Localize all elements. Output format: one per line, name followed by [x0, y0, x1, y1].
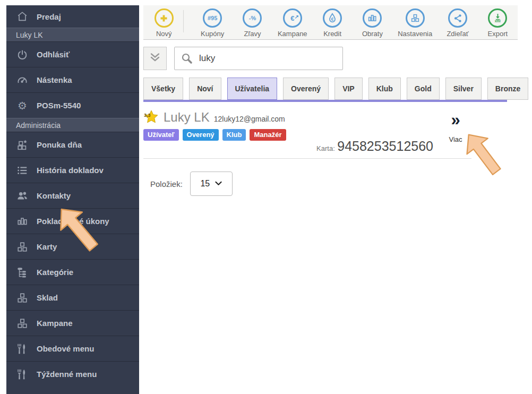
items-per-page-value: 15	[200, 179, 210, 189]
blocks-icon	[16, 317, 29, 330]
contact-header: 3,3 Luky LK 12luky12@gmail.com	[143, 109, 471, 125]
tab-overeny[interactable]: Overený	[283, 78, 329, 100]
euro-trend-icon: € ↗	[283, 8, 302, 28]
sidebar-item-historia-dokladov[interactable]: História dokladov	[6, 157, 139, 183]
sidebar-item-label: Pokladničné úkony	[37, 217, 109, 226]
gear-icon: ⚙	[16, 99, 29, 112]
rating-value: 3,3	[144, 113, 151, 118]
category-tree-icon	[16, 266, 29, 279]
sidebar-item-label: Karty	[37, 242, 57, 251]
sidebar-item-label: Sklad	[37, 293, 58, 302]
sidebar-item-odhlasit[interactable]: Odhlásiť	[6, 41, 139, 67]
share-button[interactable]: Zdieľať	[437, 8, 477, 38]
tab-silver[interactable]: Silver	[445, 78, 482, 100]
people-icon	[16, 190, 29, 202]
tab-vip[interactable]: VIP	[334, 78, 363, 100]
cutlery-icon	[16, 342, 29, 355]
badge-uzivatel: Užívateľ	[143, 129, 179, 141]
coupons-button[interactable]: #95 Kupóny	[192, 8, 232, 38]
filter-tabs: Všetky Noví Užívatelia Overený VIP Klub …	[143, 78, 518, 100]
list-icon	[16, 164, 29, 177]
offer-blocks-star-icon	[16, 139, 29, 151]
home-icon	[16, 10, 29, 23]
card-number-line: Karta: 9458253512560	[316, 139, 433, 154]
tab-gold[interactable]: Gold	[407, 78, 440, 100]
bar-chart-icon	[16, 215, 29, 228]
sidebar-item-nastenka[interactable]: Nástenka	[6, 67, 139, 92]
sidebar-item-kampane[interactable]: Kampane	[6, 310, 139, 336]
campaigns-button[interactable]: € ↗ Kampane	[272, 8, 312, 38]
euro-drop-icon: €	[323, 8, 342, 28]
power-icon	[16, 48, 29, 61]
sidebar: Predaj Luky LK Odhlásiť Nástenka ⚙ POSm-…	[6, 5, 139, 394]
sidebar-item-kategorie[interactable]: Kategórie	[6, 259, 139, 285]
settings-blocks-icon	[406, 8, 425, 28]
search-input[interactable]	[174, 47, 343, 70]
search-box	[174, 47, 343, 70]
sidebar-item-karty[interactable]: Karty	[6, 234, 139, 259]
items-per-page-label: Položiek:	[150, 179, 183, 189]
discounts-button[interactable]: -% Zľavy	[233, 8, 272, 38]
sidebar-user-name[interactable]: Luky LK	[6, 28, 139, 41]
turnover-button[interactable]: Obraty	[353, 8, 392, 38]
tab-novi[interactable]: Noví	[189, 78, 221, 100]
export-button[interactable]: xml Export	[478, 8, 518, 38]
sidebar-item-label: Kategórie	[37, 268, 73, 277]
toolbar-divider	[183, 10, 184, 32]
cutlery-icon	[16, 368, 29, 381]
new-button[interactable]: Nový	[149, 8, 179, 38]
more-button[interactable]: » Viac	[441, 112, 470, 143]
discount-icon: -%	[243, 8, 262, 28]
chevron-double-down-icon	[149, 51, 161, 66]
sidebar-item-pokladnicne-ukony[interactable]: Pokladničné úkony	[6, 208, 139, 234]
sidebar-item-label: Ponuka dňa	[37, 140, 82, 149]
coupon-icon: #95	[203, 8, 222, 28]
card-label: Karta:	[316, 144, 335, 152]
tab-bronze[interactable]: Bronze	[487, 78, 528, 100]
tab-klub[interactable]: Klub	[368, 78, 401, 100]
pagination-row: Položiek: 15	[150, 172, 518, 196]
turnover-chart-icon	[363, 8, 382, 28]
chevron-double-right-icon: »	[441, 112, 470, 128]
sidebar-item-label: Odhlásiť	[37, 50, 70, 59]
blocks-icon	[16, 241, 29, 253]
dashboard-icon	[16, 74, 29, 87]
plus-icon	[155, 8, 174, 28]
export-xml-icon: xml	[488, 8, 507, 28]
sidebar-item-tyzdenne-menu[interactable]: Týždenné menu	[6, 361, 139, 387]
card-number: 9458253512560	[337, 139, 433, 153]
sidebar-item-label: POSm-5540	[37, 101, 81, 110]
sidebar-item-sklad[interactable]: Sklad	[6, 285, 139, 310]
more-label: Viac	[441, 135, 470, 143]
credit-button[interactable]: € Kredit	[312, 8, 352, 38]
sidebar-item-label: Nástenka	[37, 75, 72, 84]
sidebar-item-label: História dokladov	[37, 166, 104, 175]
contact-list-item[interactable]: 3,3 Luky LK 12luky12@gmail.com Užívateľ …	[143, 109, 471, 159]
badge-overeny: Overený	[183, 129, 219, 141]
sidebar-item-predaj[interactable]: Predaj	[6, 5, 139, 28]
contact-name: Luky LK	[164, 110, 210, 125]
badge-manazer: Manažér	[250, 129, 286, 141]
sidebar-item-label: Kontakty	[37, 191, 71, 200]
rating-star-icon: 3,3	[143, 109, 159, 125]
sidebar-item-ponuka-dna[interactable]: Ponuka dňa	[6, 132, 139, 157]
tab-underline	[143, 100, 507, 102]
search-icon	[181, 52, 193, 67]
chevron-down-icon	[215, 180, 222, 187]
search-row	[143, 47, 518, 70]
sidebar-item-label: Predaj	[37, 12, 61, 21]
tab-uzivatelia[interactable]: Užívatelia	[227, 78, 278, 100]
sidebar-item-posm[interactable]: ⚙ POSm-5540	[6, 92, 139, 118]
sidebar-item-kontakty[interactable]: Kontakty	[6, 183, 139, 208]
share-icon	[448, 8, 467, 28]
badge-klub: Klub	[222, 129, 246, 141]
main-content: Nový #95 Kupóny -% Zľavy € ↗ Kampane	[143, 5, 518, 196]
expand-filters-button[interactable]	[143, 47, 167, 70]
settings-button[interactable]: Nastavenia	[392, 8, 437, 38]
toolbar: Nový #95 Kupóny -% Zľavy € ↗ Kampane	[143, 5, 518, 40]
items-per-page-select[interactable]: 15	[190, 172, 233, 196]
tab-vsetky[interactable]: Všetky	[143, 78, 183, 100]
sidebar-item-label: Kampane	[37, 319, 73, 328]
sidebar-item-obedove-menu[interactable]: Obedové menu	[6, 336, 139, 361]
contact-email: 12luky12@gmail.com	[214, 115, 285, 123]
